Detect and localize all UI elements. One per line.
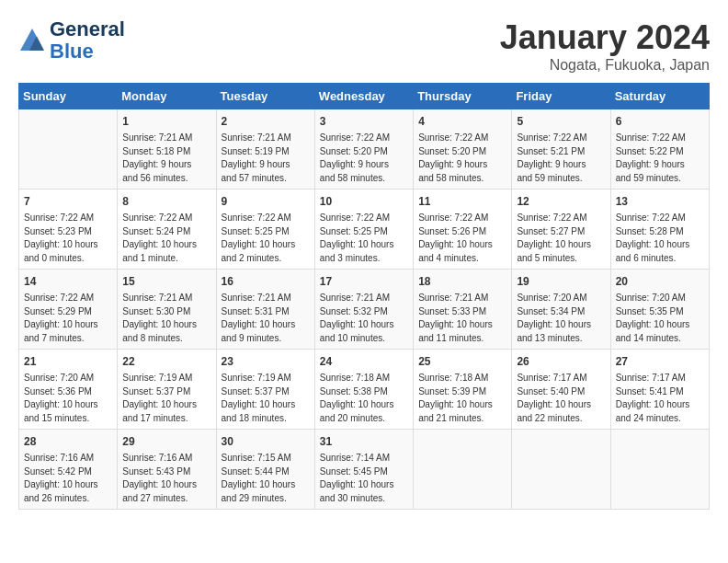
day-number: 19 — [517, 273, 605, 290]
day-number: 20 — [616, 273, 704, 290]
day-number: 10 — [320, 193, 408, 210]
week-row-5: 28Sunrise: 7:16 AMSunset: 5:42 PMDayligh… — [19, 430, 710, 510]
day-info: Sunrise: 7:22 AMSunset: 5:23 PMDaylight:… — [24, 212, 112, 265]
day-info: Sunrise: 7:22 AMSunset: 5:28 PMDaylight:… — [616, 212, 704, 265]
day-number: 12 — [517, 193, 605, 210]
week-row-3: 14Sunrise: 7:22 AMSunset: 5:29 PMDayligh… — [19, 270, 710, 350]
day-info: Sunrise: 7:17 AMSunset: 5:41 PMDaylight:… — [616, 372, 704, 425]
week-row-2: 7Sunrise: 7:22 AMSunset: 5:23 PMDaylight… — [19, 190, 710, 270]
day-number: 31 — [320, 433, 408, 450]
calendar-cell: 11Sunrise: 7:22 AMSunset: 5:26 PMDayligh… — [414, 190, 512, 270]
title-block: January 2024 Nogata, Fukuoka, Japan — [500, 18, 710, 74]
day-number: 25 — [418, 353, 506, 370]
calendar-cell — [414, 430, 512, 510]
day-info: Sunrise: 7:22 AMSunset: 5:26 PMDaylight:… — [418, 212, 506, 265]
day-number: 29 — [122, 433, 210, 450]
calendar-table: SundayMondayTuesdayWednesdayThursdayFrid… — [18, 83, 710, 510]
day-number: 1 — [122, 113, 210, 130]
day-number: 16 — [222, 273, 310, 290]
day-number: 6 — [616, 113, 704, 130]
day-info: Sunrise: 7:21 AMSunset: 5:18 PMDaylight:… — [122, 132, 210, 185]
calendar-cell: 21Sunrise: 7:20 AMSunset: 5:36 PMDayligh… — [19, 350, 118, 430]
calendar-cell: 2Sunrise: 7:21 AMSunset: 5:19 PMDaylight… — [216, 109, 314, 190]
calendar-cell: 12Sunrise: 7:22 AMSunset: 5:27 PMDayligh… — [512, 190, 610, 270]
calendar-cell: 31Sunrise: 7:14 AMSunset: 5:45 PMDayligh… — [314, 430, 413, 510]
calendar-cell: 27Sunrise: 7:17 AMSunset: 5:41 PMDayligh… — [610, 350, 709, 430]
day-info: Sunrise: 7:15 AMSunset: 5:44 PMDaylight:… — [222, 452, 310, 505]
day-info: Sunrise: 7:21 AMSunset: 5:30 PMDaylight:… — [122, 292, 210, 345]
day-number: 27 — [616, 353, 704, 370]
calendar-cell — [19, 109, 118, 190]
calendar-cell: 23Sunrise: 7:19 AMSunset: 5:37 PMDayligh… — [216, 350, 314, 430]
calendar-cell: 20Sunrise: 7:20 AMSunset: 5:35 PMDayligh… — [610, 270, 709, 350]
day-info: Sunrise: 7:21 AMSunset: 5:33 PMDaylight:… — [418, 292, 506, 345]
calendar-cell: 30Sunrise: 7:15 AMSunset: 5:44 PMDayligh… — [216, 430, 314, 510]
day-number: 13 — [616, 193, 704, 210]
day-number: 8 — [122, 193, 210, 210]
header-row: SundayMondayTuesdayWednesdayThursdayFrid… — [19, 84, 710, 109]
day-info: Sunrise: 7:20 AMSunset: 5:35 PMDaylight:… — [616, 292, 704, 345]
calendar-cell: 18Sunrise: 7:21 AMSunset: 5:33 PMDayligh… — [414, 270, 512, 350]
col-header-friday: Friday — [512, 84, 610, 109]
day-info: Sunrise: 7:21 AMSunset: 5:32 PMDaylight:… — [320, 292, 408, 345]
day-info: Sunrise: 7:16 AMSunset: 5:43 PMDaylight:… — [122, 452, 210, 505]
day-number: 18 — [418, 273, 506, 290]
calendar-cell: 6Sunrise: 7:22 AMSunset: 5:22 PMDaylight… — [610, 109, 709, 190]
day-info: Sunrise: 7:16 AMSunset: 5:42 PMDaylight:… — [24, 452, 112, 505]
day-info: Sunrise: 7:22 AMSunset: 5:20 PMDaylight:… — [320, 132, 408, 185]
calendar-cell: 16Sunrise: 7:21 AMSunset: 5:31 PMDayligh… — [216, 270, 314, 350]
day-number: 21 — [24, 353, 112, 370]
day-info: Sunrise: 7:14 AMSunset: 5:45 PMDaylight:… — [320, 452, 408, 505]
calendar-cell: 1Sunrise: 7:21 AMSunset: 5:18 PMDaylight… — [118, 109, 216, 190]
calendar-cell: 15Sunrise: 7:21 AMSunset: 5:30 PMDayligh… — [118, 270, 216, 350]
calendar-cell: 19Sunrise: 7:20 AMSunset: 5:34 PMDayligh… — [512, 270, 610, 350]
day-number: 11 — [418, 193, 506, 210]
calendar-cell: 28Sunrise: 7:16 AMSunset: 5:42 PMDayligh… — [19, 430, 118, 510]
day-number: 22 — [122, 353, 210, 370]
day-number: 2 — [222, 113, 310, 130]
calendar-cell: 24Sunrise: 7:18 AMSunset: 5:38 PMDayligh… — [314, 350, 413, 430]
calendar-cell — [610, 430, 709, 510]
day-info: Sunrise: 7:18 AMSunset: 5:38 PMDaylight:… — [320, 372, 408, 425]
calendar-cell: 8Sunrise: 7:22 AMSunset: 5:24 PMDaylight… — [118, 190, 216, 270]
col-header-tuesday: Tuesday — [216, 84, 314, 109]
calendar-cell: 3Sunrise: 7:22 AMSunset: 5:20 PMDaylight… — [314, 109, 413, 190]
day-number: 28 — [24, 433, 112, 450]
calendar-cell: 13Sunrise: 7:22 AMSunset: 5:28 PMDayligh… — [610, 190, 709, 270]
week-row-4: 21Sunrise: 7:20 AMSunset: 5:36 PMDayligh… — [19, 350, 710, 430]
calendar-cell: 22Sunrise: 7:19 AMSunset: 5:37 PMDayligh… — [118, 350, 216, 430]
day-info: Sunrise: 7:22 AMSunset: 5:25 PMDaylight:… — [320, 212, 408, 265]
logo: General Blue — [18, 18, 125, 63]
day-info: Sunrise: 7:22 AMSunset: 5:27 PMDaylight:… — [517, 212, 605, 265]
logo-general: General — [50, 18, 125, 40]
calendar-cell: 9Sunrise: 7:22 AMSunset: 5:25 PMDaylight… — [216, 190, 314, 270]
calendar-cell: 26Sunrise: 7:17 AMSunset: 5:40 PMDayligh… — [512, 350, 610, 430]
day-info: Sunrise: 7:19 AMSunset: 5:37 PMDaylight:… — [122, 372, 210, 425]
day-number: 9 — [222, 193, 310, 210]
calendar-cell: 14Sunrise: 7:22 AMSunset: 5:29 PMDayligh… — [19, 270, 118, 350]
month-title: January 2024 — [500, 18, 710, 57]
calendar-cell: 4Sunrise: 7:22 AMSunset: 5:20 PMDaylight… — [414, 109, 512, 190]
col-header-saturday: Saturday — [610, 84, 709, 109]
day-info: Sunrise: 7:22 AMSunset: 5:29 PMDaylight:… — [24, 292, 112, 345]
day-number: 26 — [517, 353, 605, 370]
logo-blue: Blue — [50, 40, 125, 63]
day-info: Sunrise: 7:22 AMSunset: 5:25 PMDaylight:… — [222, 212, 310, 265]
day-info: Sunrise: 7:19 AMSunset: 5:37 PMDaylight:… — [222, 372, 310, 425]
day-info: Sunrise: 7:20 AMSunset: 5:36 PMDaylight:… — [24, 372, 112, 425]
day-info: Sunrise: 7:22 AMSunset: 5:21 PMDaylight:… — [517, 132, 605, 185]
day-info: Sunrise: 7:21 AMSunset: 5:31 PMDaylight:… — [222, 292, 310, 345]
calendar-cell: 5Sunrise: 7:22 AMSunset: 5:21 PMDaylight… — [512, 109, 610, 190]
day-number: 17 — [320, 273, 408, 290]
day-info: Sunrise: 7:22 AMSunset: 5:22 PMDaylight:… — [616, 132, 704, 185]
col-header-wednesday: Wednesday — [314, 84, 413, 109]
day-info: Sunrise: 7:18 AMSunset: 5:39 PMDaylight:… — [418, 372, 506, 425]
day-number: 23 — [222, 353, 310, 370]
week-row-1: 1Sunrise: 7:21 AMSunset: 5:18 PMDaylight… — [19, 109, 710, 190]
day-info: Sunrise: 7:20 AMSunset: 5:34 PMDaylight:… — [517, 292, 605, 345]
day-number: 5 — [517, 113, 605, 130]
day-info: Sunrise: 7:22 AMSunset: 5:20 PMDaylight:… — [418, 132, 506, 185]
location: Nogata, Fukuoka, Japan — [500, 57, 710, 74]
col-header-sunday: Sunday — [19, 84, 118, 109]
calendar-cell: 29Sunrise: 7:16 AMSunset: 5:43 PMDayligh… — [118, 430, 216, 510]
